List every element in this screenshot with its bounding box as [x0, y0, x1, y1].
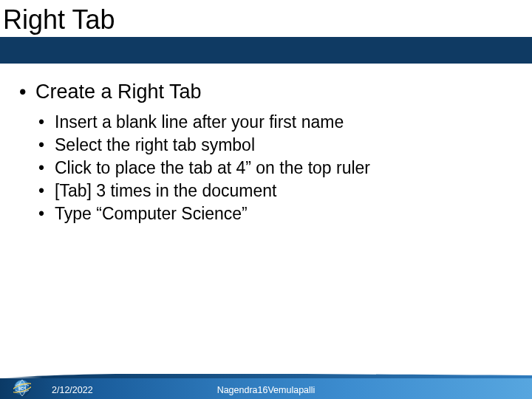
title-area: Right Tab — [0, 0, 532, 35]
list-text: Type “Computer Science” — [55, 204, 248, 223]
globe-icon: IC³ — [13, 379, 31, 397]
list-text: [Tab] 3 times in the document — [55, 181, 276, 200]
list-item: Create a Right Tab Insert a blank line a… — [16, 80, 514, 225]
list-text: Click to place the tab at 4” on the top … — [55, 158, 370, 177]
footer: IC³ 2/12/2022 Nagendra16Vemulapalli — [0, 375, 532, 399]
list-heading: Create a Right Tab — [35, 81, 202, 103]
title-band — [0, 37, 532, 64]
slide: Right Tab Create a Right Tab Insert a bl… — [0, 0, 532, 399]
footer-author: Nagendra16Vemulapalli — [217, 385, 316, 395]
list-text: Select the right tab symbol — [55, 135, 255, 154]
slide-title: Right Tab — [3, 4, 532, 35]
list-item: Insert a blank line after your first nam… — [35, 111, 514, 134]
list-item: Click to place the tab at 4” on the top … — [35, 157, 514, 180]
list-item: Type “Computer Science” — [35, 202, 514, 225]
list-item: [Tab] 3 times in the document — [35, 180, 514, 202]
bullet-level-2: Insert a blank line after your first nam… — [35, 111, 514, 225]
content: Create a Right Tab Insert a blank line a… — [0, 64, 532, 225]
footer-author-name-b: Vemulapalli — [267, 385, 315, 395]
list-text: Insert a blank line after your first nam… — [55, 112, 344, 132]
footer-author-name-a: Nagendra — [217, 385, 258, 395]
svg-text:IC³: IC³ — [19, 386, 25, 391]
footer-date: 2/12/2022 — [52, 385, 93, 395]
footer-page-number: 16 — [258, 385, 268, 395]
list-item: Select the right tab symbol — [35, 134, 514, 157]
bullet-level-1: Create a Right Tab Insert a blank line a… — [16, 80, 514, 225]
